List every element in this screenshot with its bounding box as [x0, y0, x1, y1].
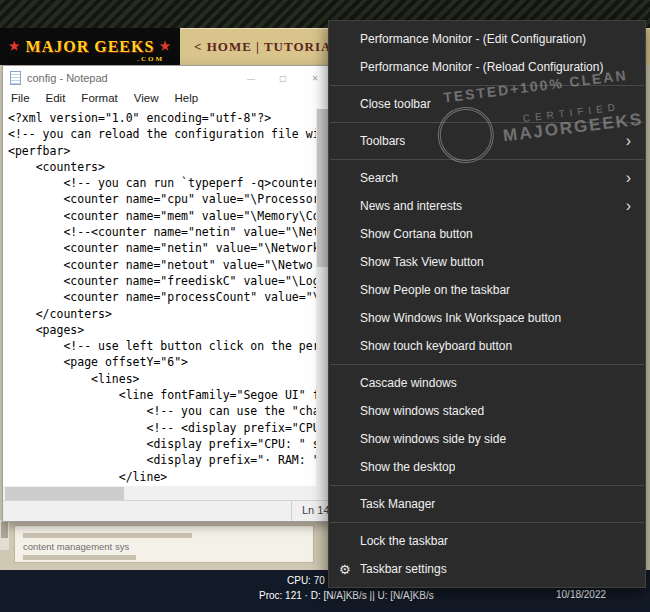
text-placeholder [23, 533, 192, 538]
notepad-menu-edit[interactable]: Edit [38, 90, 74, 109]
code-line: <counter name="mem" value="\Memory\Co [8, 208, 316, 224]
code-line: <!-- <display prefix="CPU [8, 420, 316, 436]
gear-icon: ⚙ [339, 562, 360, 577]
site-logo-text: MAJOR GEEKS [26, 38, 155, 56]
menu-item-show-cortana-button[interactable]: Show Cortana button [329, 220, 645, 248]
menu-separator [330, 85, 644, 86]
chevron-right-icon: › [626, 200, 635, 212]
webpage-scrollbar[interactable] [0, 520, 9, 550]
notepad-menu-file[interactable]: File [3, 90, 38, 109]
notepad-menubar: FileEditFormatViewHelp [3, 90, 331, 109]
notepad-title: config - Notepad [27, 72, 108, 84]
menu-item-label: Performance Monitor - (Reload Configurat… [360, 60, 603, 74]
code-line: </line> [8, 469, 316, 485]
code-line: <display prefix="· RAM: " [8, 452, 316, 468]
menu-item-label: Show Task View button [360, 255, 484, 269]
menu-item-label: Lock the taskbar [360, 534, 448, 548]
menu-item-label: Show Cortana button [360, 227, 473, 241]
webpage-text: content management sys [23, 541, 305, 552]
screen: ★ MAJOR GEEKS ★ .COM < HOME | TUTORIALS … [0, 0, 650, 612]
menu-item-label: Toolbars [360, 134, 405, 148]
maximize-button[interactable]: ▢ [267, 66, 299, 90]
notepad-statusbar: Ln 14, [3, 500, 331, 521]
menu-item-label: Performance Monitor - (Edit Configuratio… [360, 32, 586, 46]
code-line: <!-- use left button click on the per [8, 338, 316, 354]
menu-item-performance-monitor-edit-configuration[interactable]: Performance Monitor - (Edit Configuratio… [329, 25, 645, 53]
minimize-button[interactable]: — [235, 66, 267, 90]
menu-item-news-and-interests[interactable]: News and interests› [329, 192, 645, 220]
menu-item-lock-the-taskbar[interactable]: Lock the taskbar [329, 527, 645, 555]
menu-item-toolbars[interactable]: Toolbars› [329, 127, 645, 155]
code-line: <line fontFamily="Segoe UI" f [8, 387, 316, 403]
notepad-window: config - Notepad — ▢ ✕ FileEditFormatVie… [2, 65, 332, 522]
menu-separator [330, 522, 644, 523]
scrollbar-thumb[interactable] [1, 522, 8, 538]
taskbar-context-menu: Performance Monitor - (Edit Configuratio… [328, 20, 646, 588]
code-line: </counters> [8, 306, 316, 322]
text-placeholder [23, 555, 136, 560]
code-line: <counters> [8, 159, 316, 175]
menu-item-label: Show windows stacked [360, 404, 484, 418]
menu-separator [330, 364, 644, 365]
menu-item-close-toolbar[interactable]: Close toolbar [329, 90, 645, 118]
menu-item-label: Show People on the taskbar [360, 283, 510, 297]
code-line: <?xml version="1.0" encoding="utf-8"?> [8, 110, 316, 126]
site-logo[interactable]: ★ MAJOR GEEKS ★ .COM [0, 28, 180, 65]
star-icon: ★ [9, 39, 21, 54]
menu-item-show-the-desktop[interactable]: Show the desktop [329, 453, 645, 481]
menu-item-label: Taskbar settings [360, 562, 447, 576]
clock-date[interactable]: 10/18/2022 [556, 589, 606, 600]
menu-item-label: Cascade windows [360, 376, 457, 390]
webpage-card: content management sys [14, 525, 314, 563]
menu-item-search[interactable]: Search› [329, 164, 645, 192]
chevron-right-icon: › [626, 135, 635, 147]
menu-item-show-people-on-the-taskbar[interactable]: Show People on the taskbar [329, 276, 645, 304]
close-button[interactable]: ✕ [299, 66, 331, 90]
code-line: <!-- you can use the "cha [8, 403, 316, 419]
menu-item-show-windows-ink-workspace-button[interactable]: Show Windows Ink Workspace button [329, 304, 645, 332]
menu-item-label: News and interests [360, 199, 462, 213]
menu-item-taskbar-settings[interactable]: ⚙Taskbar settings [329, 555, 645, 583]
code-line: <perfbar> [8, 143, 316, 159]
code-line: <counter name="netin" value="\Network [8, 240, 316, 256]
menu-item-show-windows-stacked[interactable]: Show windows stacked [329, 397, 645, 425]
perfbar-cpu-readout: CPU: 70 [287, 575, 325, 586]
menu-item-performance-monitor-reload-configuration[interactable]: Performance Monitor - (Reload Configurat… [329, 53, 645, 81]
code-line: <counter name="processCount" value="\ [8, 289, 316, 305]
menu-separator [330, 159, 644, 160]
menu-item-label: Show the desktop [360, 460, 455, 474]
code-line: <page offsetY="6"> [8, 354, 316, 370]
menu-item-task-manager[interactable]: Task Manager [329, 490, 645, 518]
code-line: <display prefix="CPU: " s [8, 436, 316, 452]
code-line: <pages> [8, 322, 316, 338]
notepad-icon [10, 71, 21, 85]
chevron-right-icon: › [626, 172, 635, 184]
notepad-horizontal-scrollbar[interactable] [3, 486, 316, 501]
menu-item-cascade-windows[interactable]: Cascade windows [329, 369, 645, 397]
menu-item-show-touch-keyboard-button[interactable]: Show touch keyboard button [329, 332, 645, 360]
menu-item-label: Close toolbar [360, 97, 431, 111]
menu-item-show-task-view-button[interactable]: Show Task View button [329, 248, 645, 276]
star-icon: ★ [159, 39, 171, 54]
code-line: <counter name="freediskC" value="\Log [8, 273, 316, 289]
notepad-menu-help[interactable]: Help [167, 90, 207, 109]
menu-item-show-windows-side-by-side[interactable]: Show windows side by side [329, 425, 645, 453]
menu-separator [330, 122, 644, 123]
code-line: <!-- you can reload the configuration fi… [8, 126, 316, 142]
notepad-menu-format[interactable]: Format [73, 90, 125, 109]
code-line: <counter name="netout" value="\Netwo [8, 257, 316, 273]
scrollbar-thumb[interactable] [5, 487, 124, 500]
notepad-caption-buttons: — ▢ ✕ [235, 66, 331, 90]
menu-separator [330, 485, 644, 486]
site-logo-suffix: .COM [137, 55, 164, 63]
code-line: <lines> [8, 371, 316, 387]
menu-item-label: Show touch keyboard button [360, 339, 512, 353]
menu-item-label: Show windows side by side [360, 432, 506, 446]
menu-item-label: Search [360, 171, 398, 185]
code-line: <!-- you can run `typeperf -q>counter [8, 175, 316, 191]
perfbar-proc-readout: Proc: 121 · D: [N/A]KB/s || U: [N/A]KB/s [259, 590, 434, 601]
notepad-text-area[interactable]: <?xml version="1.0" encoding="utf-8"?><!… [3, 109, 316, 486]
notepad-menu-view[interactable]: View [126, 90, 167, 109]
code-line: <!--<counter name="netin" value="\Net [8, 224, 316, 240]
cursor-position: Ln 14, [291, 501, 333, 521]
